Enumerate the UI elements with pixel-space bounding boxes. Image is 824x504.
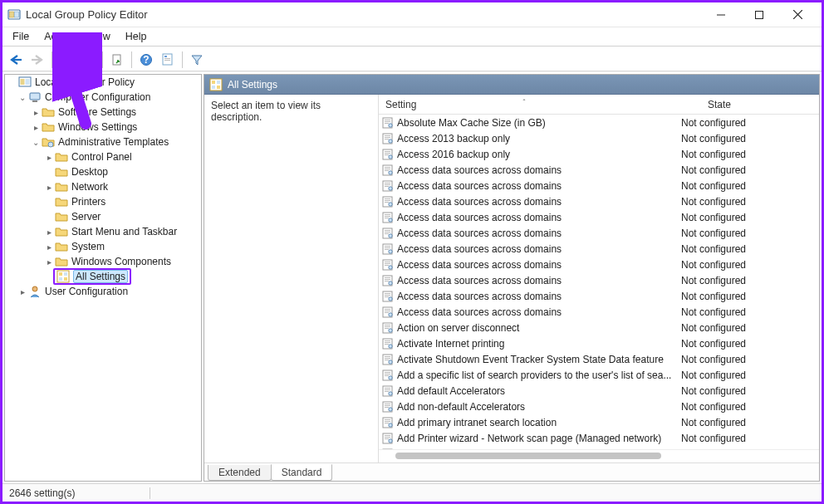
svg-point-126: [389, 407, 392, 410]
tree-server[interactable]: Server: [71, 211, 101, 223]
svg-rect-18: [30, 93, 40, 100]
list-item[interactable]: Add default AcceleratorsNot configured: [379, 383, 819, 399]
list-item[interactable]: Access data sources across domainsNot co…: [379, 178, 819, 193]
svg-rect-135: [385, 438, 389, 439]
svg-rect-16: [21, 79, 25, 85]
setting-state: Not configured: [681, 228, 781, 239]
svg-rect-55: [385, 186, 389, 187]
menu-file[interactable]: File: [6, 29, 36, 44]
list-item[interactable]: Access data sources across domainsNot co…: [379, 193, 819, 209]
settings-list[interactable]: Absolute Max Cache Size (in GB)Not confi…: [379, 115, 819, 449]
list-item[interactable]: Access 2016 backup onlyNot configured: [379, 146, 819, 162]
tree-system[interactable]: System: [71, 241, 105, 252]
svg-point-66: [389, 218, 392, 221]
tree-computer-config[interactable]: Computer Configuration: [45, 91, 150, 103]
svg-rect-89: [385, 295, 390, 296]
tree-start-menu[interactable]: Start Menu and Taskbar: [71, 226, 177, 237]
list-item[interactable]: Access 2013 backup onlyNot configured: [379, 130, 819, 146]
list-item[interactable]: Activate Internet printingNot configured: [379, 335, 819, 351]
list-item[interactable]: Access data sources across domainsNot co…: [379, 241, 819, 257]
svg-rect-50: [385, 170, 389, 171]
list-item[interactable]: Action on server disconnectNot configure…: [379, 320, 819, 335]
tree-pane[interactable]: ▸ Local Computer Policy ⌄ Computer Confi…: [4, 74, 202, 482]
svg-rect-125: [385, 407, 389, 408]
setting-state: Not configured: [681, 354, 781, 365]
list-item[interactable]: Access data sources across domainsNot co…: [379, 225, 819, 241]
list-item[interactable]: Access data sources across domainsNot co…: [379, 162, 819, 178]
tab-standard[interactable]: Standard: [271, 464, 333, 481]
horizontal-scrollbar[interactable]: [379, 449, 819, 462]
properties-button[interactable]: [158, 50, 178, 70]
menu-help[interactable]: Help: [119, 29, 154, 44]
menu-view[interactable]: View: [81, 29, 117, 44]
close-button[interactable]: [778, 2, 817, 27]
policy-item-icon: [382, 354, 394, 365]
tree-network[interactable]: Network: [71, 181, 108, 193]
svg-point-36: [389, 123, 392, 126]
svg-point-56: [389, 186, 392, 189]
svg-rect-40: [385, 139, 389, 139]
list-item[interactable]: Access data sources across domainsNot co…: [379, 257, 819, 272]
svg-rect-123: [385, 404, 390, 404]
policy-item-icon: [382, 322, 394, 334]
tab-strip: Extended Standard: [204, 462, 819, 481]
svg-rect-24: [59, 277, 62, 281]
list-header[interactable]: ˆ Setting State: [379, 95, 819, 115]
policy-item-icon: [382, 149, 394, 160]
folder-icon: [55, 225, 68, 238]
maximize-button[interactable]: [740, 2, 778, 27]
twist-icon[interactable]: ⌄: [17, 93, 28, 102]
policy-item-icon: [382, 385, 394, 397]
tree-admin-templates[interactable]: Administrative Templates: [58, 136, 169, 148]
list-item[interactable]: Access data sources across domainsNot co…: [379, 304, 819, 320]
list-item[interactable]: Add primary intranet search locationNot …: [379, 414, 819, 430]
tree-all-settings[interactable]: All Settings: [73, 270, 128, 283]
content-title: All Settings: [228, 79, 277, 91]
setting-name: Access data sources across domains: [397, 212, 681, 223]
minimize-button[interactable]: [702, 2, 740, 27]
setting-state: Not configured: [681, 243, 781, 255]
back-button[interactable]: [6, 50, 26, 70]
svg-rect-58: [385, 198, 390, 199]
tree-software-settings[interactable]: Software Settings: [58, 106, 136, 118]
list-item[interactable]: Absolute Max Cache Size (in GB)Not confi…: [379, 115, 819, 130]
svg-rect-23: [64, 272, 67, 276]
list-item[interactable]: Add a specific list of search providers …: [379, 367, 819, 383]
status-text: 2646 setting(s): [9, 487, 75, 499]
column-setting[interactable]: ˆ Setting: [379, 99, 670, 110]
svg-point-101: [389, 328, 392, 331]
tree-control-panel[interactable]: Control Panel: [71, 151, 132, 163]
list-item[interactable]: Access data sources across domainsNot co…: [379, 288, 819, 304]
column-state[interactable]: State: [670, 99, 769, 110]
svg-rect-88: [385, 293, 390, 294]
tree-root[interactable]: Local Computer Policy: [35, 76, 135, 88]
menubar: File Action View Help: [2, 27, 822, 46]
filter-button[interactable]: [187, 50, 207, 70]
svg-rect-11: [163, 54, 172, 65]
menu-action[interactable]: Action: [37, 29, 80, 44]
svg-rect-93: [385, 309, 390, 310]
tree-user-config[interactable]: User Configuration: [45, 286, 128, 297]
svg-point-61: [389, 202, 392, 205]
forward-button[interactable]: [27, 50, 47, 70]
help-button[interactable]: ?: [136, 50, 156, 70]
tree-printers[interactable]: Printers: [71, 196, 105, 208]
tree-windows-components[interactable]: Windows Components: [71, 256, 171, 267]
tree-desktop[interactable]: Desktop: [71, 166, 108, 178]
list-item[interactable]: Add Printer wizard - Network scan page (…: [379, 430, 819, 446]
list-item[interactable]: Add non-default AcceleratorsNot configur…: [379, 399, 819, 414]
list-item[interactable]: Access data sources across domainsNot co…: [379, 272, 819, 288]
show-hide-tree-button[interactable]: [56, 50, 76, 70]
svg-rect-2: [15, 12, 19, 17]
tree-windows-settings[interactable]: Windows Settings: [58, 121, 137, 133]
svg-rect-134: [385, 437, 390, 438]
setting-state: Not configured: [681, 133, 781, 144]
svg-point-111: [389, 360, 392, 363]
tab-extended[interactable]: Extended: [208, 465, 272, 481]
policy-item-icon: [382, 243, 394, 255]
list-item[interactable]: Activate Shutdown Event Tracker System S…: [379, 351, 819, 367]
export-button[interactable]: [107, 50, 127, 70]
policy-item-icon: [382, 117, 394, 129]
up-button[interactable]: [78, 50, 98, 70]
list-item[interactable]: Access data sources across domainsNot co…: [379, 209, 819, 225]
